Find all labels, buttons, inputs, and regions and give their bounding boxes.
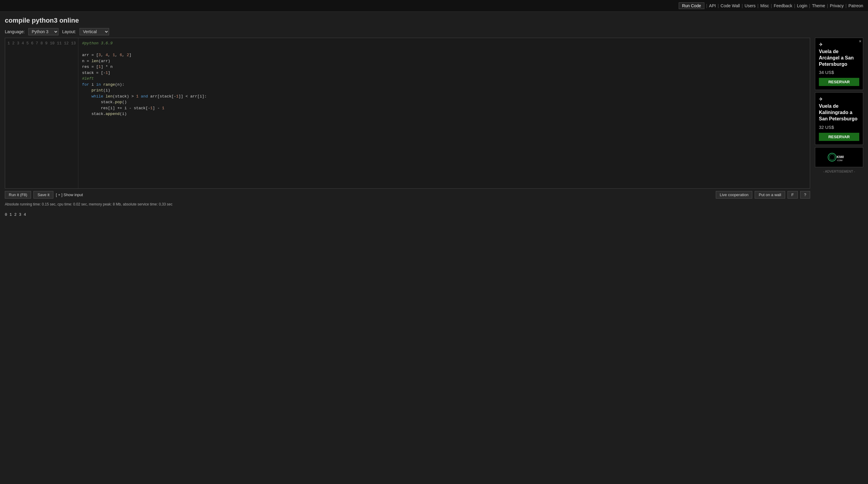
status-bar: Absolute running time: 0.15 sec, cpu tim… (5, 201, 810, 209)
line-numbers: 1 2 3 4 5 6 7 8 9 10 11 12 13 (5, 38, 79, 188)
svg-text:·COM: ·COM (837, 159, 842, 162)
advertisement-label: - ADVERTISEMENT - (815, 168, 863, 174)
ad-title-1: Vuela de Arcángel a San Petersburgo (819, 49, 859, 67)
code-editor[interactable]: 1 2 3 4 5 6 7 8 9 10 11 12 13 #python 3.… (5, 38, 810, 189)
nav-code-wall[interactable]: Code Wall (721, 3, 740, 8)
top-nav: Run Code | API | Code Wall | Users | Mis… (0, 0, 868, 12)
ad-close-1[interactable]: ✕ (859, 39, 862, 44)
ad-btn-1[interactable]: RESERVAR (819, 78, 859, 86)
ad-title-2: Vuela de Kaliningrado a San Petersburgo (819, 103, 859, 122)
language-label: Language: (5, 29, 25, 34)
ad-card-1: ✕ ✈ Vuela de Arcángel a San Petersburgo … (815, 38, 863, 90)
help-button[interactable]: ? (800, 191, 810, 199)
ad-price-2: 32 US$ (819, 124, 859, 130)
sidebar: ✕ ✈ Vuela de Arcángel a San Petersburgo … (815, 38, 863, 221)
layout-select[interactable]: Vertical Horizontal (80, 28, 109, 35)
layout-label: Layout: (62, 29, 76, 34)
nav-misc[interactable]: Misc (761, 3, 769, 8)
editor-container: 1 2 3 4 5 6 7 8 9 10 11 12 13 #python 3.… (5, 38, 810, 221)
nav-login[interactable]: Login (797, 3, 807, 8)
toolbar-right: Live cooperation Put on a wall F ? (716, 191, 810, 199)
options-row: Language: Python 3 Python 2 C C++ Java J… (0, 27, 868, 38)
ad-btn-2[interactable]: RESERVAR (819, 133, 859, 141)
run-button[interactable]: Run it (F8) (5, 191, 31, 199)
nav-feedback[interactable]: Feedback (774, 3, 792, 8)
page-title: compile python3 online (0, 12, 868, 27)
kiwi-logo: KIWI ·COM (827, 151, 851, 163)
nav-users[interactable]: Users (745, 3, 756, 8)
output-area: 0 1 2 3 4 (5, 209, 810, 221)
code-content[interactable]: #python 3.6.9 arr = [3, 4, 1, 6, 2] n = … (79, 38, 810, 188)
svg-point-1 (829, 154, 835, 160)
ad-card-2: ✈ Vuela de Kaliningrado a San Petersburg… (815, 92, 863, 145)
f-button[interactable]: F (787, 191, 798, 199)
svg-text:KIWI: KIWI (837, 155, 844, 159)
ad-price-1: 34 US$ (819, 70, 859, 75)
kiwi-logo-container: KIWI ·COM (815, 147, 863, 167)
nav-privacy[interactable]: Privacy (830, 3, 844, 8)
bottom-toolbar: Run it (F8) Save it [ + ] Show input Liv… (5, 189, 810, 201)
nav-run-code[interactable]: Run Code (679, 2, 704, 9)
save-button[interactable]: Save it (33, 191, 53, 199)
language-select[interactable]: Python 3 Python 2 C C++ Java JavaScript (28, 28, 59, 35)
nav-patreon[interactable]: Patreon (848, 3, 863, 8)
ad-icon-1: ✈ (819, 41, 859, 47)
ad-icon-2: ✈ (819, 96, 859, 102)
main-layout: 1 2 3 4 5 6 7 8 9 10 11 12 13 #python 3.… (0, 38, 868, 221)
put-on-wall-button[interactable]: Put on a wall (755, 191, 785, 199)
show-input-link[interactable]: [ + ] Show input (56, 193, 83, 197)
nav-theme[interactable]: Theme (812, 3, 825, 8)
nav-api[interactable]: API (709, 3, 716, 8)
live-cooperation-button[interactable]: Live cooperation (716, 191, 752, 199)
